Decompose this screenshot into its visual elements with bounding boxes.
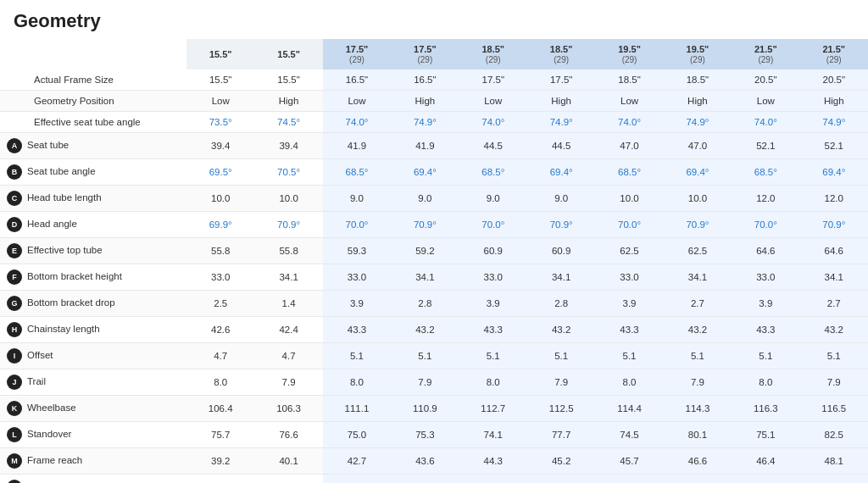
cell-11-6: 5.1 — [595, 343, 663, 369]
row-label-1: Geometry Position — [0, 91, 186, 112]
badge-6: D — [7, 217, 22, 232]
cell-6-0: 69.9° — [186, 212, 254, 238]
cell-8-0: 33.0 — [186, 264, 254, 291]
cell-12-8: 8.0 — [732, 369, 799, 396]
cell-15-1: 40.1 — [254, 448, 322, 475]
cell-13-6: 114.4 — [595, 396, 663, 422]
cell-11-1: 4.7 — [254, 343, 322, 369]
cell-2-4: 74.0° — [459, 112, 527, 133]
row-label-14: LStandover — [0, 422, 186, 448]
cell-12-7: 7.9 — [664, 369, 732, 396]
cell-13-7: 114.3 — [664, 396, 732, 422]
cell-11-0: 4.7 — [186, 343, 254, 369]
cell-1-1: High — [254, 91, 322, 112]
col-header-2: 17.5"(29) — [323, 39, 391, 69]
cell-16-5: 57.0 — [527, 475, 595, 484]
cell-16-9: 60.5 — [800, 475, 868, 484]
cell-2-7: 74.9° — [664, 112, 732, 133]
cell-8-4: 33.0 — [459, 264, 527, 291]
cell-1-5: High — [527, 91, 595, 112]
cell-3-0: 39.4 — [186, 133, 254, 159]
cell-14-7: 80.1 — [664, 422, 732, 448]
cell-3-8: 52.1 — [732, 133, 799, 159]
row-label-16: NFrame stack — [0, 475, 186, 484]
cell-7-5: 60.9 — [527, 238, 595, 264]
cell-16-3: 57.0 — [391, 475, 459, 484]
cell-8-9: 34.1 — [800, 264, 868, 291]
row-label-12: JTrail — [0, 369, 186, 396]
cell-1-4: Low — [459, 91, 527, 112]
cell-1-9: High — [800, 91, 868, 112]
cell-7-2: 59.3 — [323, 238, 391, 264]
badge-4: B — [7, 164, 22, 180]
cell-11-5: 5.1 — [527, 343, 595, 369]
cell-8-5: 34.1 — [527, 264, 595, 291]
cell-6-8: 70.0° — [732, 212, 799, 238]
cell-11-3: 5.1 — [391, 343, 459, 369]
badge-8: F — [7, 269, 22, 285]
cell-5-0: 10.0 — [186, 186, 254, 212]
cell-16-6: 58.7 — [595, 475, 663, 484]
cell-9-0: 2.5 — [186, 291, 254, 317]
row-label-3: ASeat tube — [0, 133, 186, 159]
cell-14-3: 75.3 — [391, 422, 459, 448]
cell-16-4: 57.7 — [459, 475, 527, 484]
cell-11-8: 5.1 — [732, 343, 799, 369]
cell-13-9: 116.5 — [800, 396, 868, 422]
cell-2-3: 74.9° — [391, 112, 459, 133]
cell-6-4: 70.0° — [459, 212, 527, 238]
cell-3-4: 44.5 — [459, 133, 527, 159]
cell-9-1: 1.4 — [254, 291, 322, 317]
cell-13-3: 110.9 — [391, 396, 459, 422]
cell-14-9: 82.5 — [800, 422, 868, 448]
cell-0-0: 15.5" — [186, 69, 254, 91]
cell-4-2: 68.5° — [323, 159, 391, 186]
cell-9-7: 2.7 — [664, 291, 732, 317]
cell-9-4: 3.9 — [459, 291, 527, 317]
cell-4-7: 69.4° — [664, 159, 732, 186]
cell-16-8: 60.6 — [732, 475, 799, 484]
cell-12-9: 7.9 — [800, 369, 868, 396]
geometry-table: 15.5"15.5"17.5"(29)17.5"(29)18.5"(29)18.… — [0, 39, 868, 483]
cell-8-1: 34.1 — [254, 264, 322, 291]
cell-11-4: 5.1 — [459, 343, 527, 369]
cell-6-6: 70.0° — [595, 212, 663, 238]
cell-4-4: 68.5° — [459, 159, 527, 186]
row-label-5: CHead tube length — [0, 186, 186, 212]
cell-3-9: 52.1 — [800, 133, 868, 159]
cell-12-1: 7.9 — [254, 369, 322, 396]
cell-6-5: 70.9° — [527, 212, 595, 238]
cell-4-1: 70.5° — [254, 159, 322, 186]
cell-13-2: 111.1 — [323, 396, 391, 422]
row-label-9: GBottom bracket drop — [0, 291, 186, 317]
cell-13-0: 106.4 — [186, 396, 254, 422]
cell-9-3: 2.8 — [391, 291, 459, 317]
cell-7-3: 59.2 — [391, 238, 459, 264]
cell-4-5: 69.4° — [527, 159, 595, 186]
cell-10-2: 43.3 — [323, 317, 391, 343]
col-header-1: 15.5" — [254, 39, 322, 69]
cell-5-1: 10.0 — [254, 186, 322, 212]
cell-0-3: 16.5" — [391, 69, 459, 91]
col-header-label — [0, 39, 186, 69]
cell-16-1: 55.4 — [254, 475, 322, 484]
cell-5-3: 9.0 — [391, 186, 459, 212]
cell-7-9: 64.6 — [800, 238, 868, 264]
cell-1-3: High — [391, 91, 459, 112]
cell-0-8: 20.5" — [732, 69, 799, 91]
cell-0-1: 15.5" — [254, 69, 322, 91]
cell-4-9: 69.4° — [800, 159, 868, 186]
cell-2-5: 74.9° — [527, 112, 595, 133]
cell-0-2: 16.5" — [323, 69, 391, 91]
cell-3-6: 47.0 — [595, 133, 663, 159]
badge-3: A — [7, 138, 22, 153]
cell-7-8: 64.6 — [732, 238, 799, 264]
cell-7-6: 62.5 — [595, 238, 663, 264]
cell-2-9: 74.9° — [800, 112, 868, 133]
cell-13-1: 106.3 — [254, 396, 322, 422]
cell-7-4: 60.9 — [459, 238, 527, 264]
cell-6-7: 70.9° — [664, 212, 732, 238]
cell-13-5: 112.5 — [527, 396, 595, 422]
col-header-9: 21.5"(29) — [800, 39, 868, 69]
cell-11-9: 5.1 — [800, 343, 868, 369]
